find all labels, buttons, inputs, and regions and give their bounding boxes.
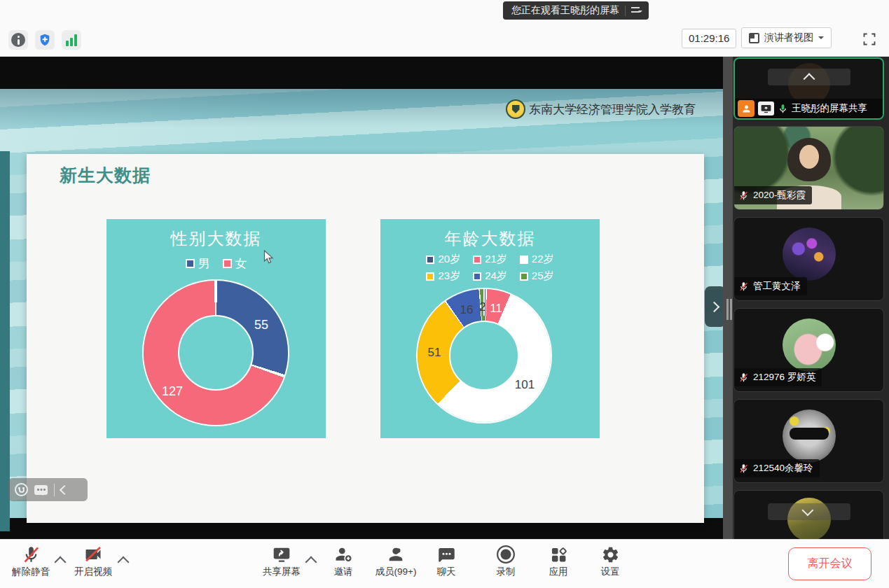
mic-muted-icon	[738, 372, 749, 384]
sidebar-collapse-tab[interactable]	[705, 286, 723, 327]
mic-muted-icon	[738, 190, 749, 202]
members-button[interactable]: 成员(99+)	[369, 545, 422, 578]
meeting-controls-bar: 解除静音 开启视频 共享屏幕 邀请	[0, 539, 889, 588]
legend-swatch-female	[223, 259, 232, 268]
fullscreen-button[interactable]	[860, 29, 879, 49]
legend-swatch-age22	[520, 255, 528, 264]
mic-muted-icon	[738, 463, 749, 475]
data-label-male: 55	[254, 318, 268, 332]
share-screen-button[interactable]: 共享屏幕	[255, 545, 308, 578]
legend-item-female: 女	[223, 255, 247, 272]
participant-tile-partial[interactable]	[733, 490, 884, 539]
start-video-label: 开启视频	[74, 566, 112, 578]
participant-name-bar: 管工黄文泽	[734, 277, 807, 295]
data-label-female: 127	[162, 384, 183, 399]
apps-button[interactable]: 应用	[532, 545, 585, 578]
members-icon	[386, 545, 406, 564]
settings-label: 设置	[601, 566, 620, 578]
participant-name: 212976 罗娇英	[753, 371, 815, 384]
invite-button[interactable]: 邀请	[317, 545, 370, 578]
meeting-info-button[interactable]	[8, 30, 28, 50]
settings-button[interactable]: 设置	[584, 545, 637, 578]
participant-tile[interactable]: 2020-甄彩霞	[733, 126, 884, 210]
view-mode-button[interactable]: 演讲者视图	[741, 27, 832, 48]
legend-item-age22: 22岁	[520, 253, 554, 266]
participant-name-bar: 2020-甄彩霞	[734, 186, 812, 204]
scroll-down-button[interactable]	[768, 503, 850, 520]
age-chart-card: 年龄大数据 20岁 21岁 22岁	[380, 219, 600, 438]
start-video-button[interactable]: 开启视频	[67, 545, 120, 578]
age-chart-title: 年龄大数据	[380, 227, 600, 250]
participant-tile[interactable]: 212976 罗娇英	[733, 308, 884, 392]
reactions-bar	[8, 478, 88, 501]
mic-muted-icon	[22, 545, 41, 564]
legend-item-age25: 25岁	[520, 270, 554, 283]
record-icon	[496, 545, 516, 564]
gender-chart-card: 性别大数据 男 女 55 127	[106, 219, 326, 438]
slide-title: 新生大数据	[60, 164, 151, 187]
unmute-button[interactable]: 解除静音	[4, 545, 57, 578]
record-button[interactable]: 录制	[479, 545, 532, 578]
legend-swatch-age24	[473, 272, 481, 281]
sidebar-scrollbar-handle[interactable]	[726, 299, 733, 320]
slide-background: 东南大学经济管理学院入学教育 新生大数据 性别大数据 男 女	[0, 89, 723, 518]
chat-button[interactable]: 聊天	[420, 545, 473, 578]
banner-menu-icon[interactable]	[631, 6, 642, 15]
meeting-timer: 01:29:16	[682, 29, 736, 48]
data-label-age22: 101	[515, 378, 535, 392]
network-status-button[interactable]	[62, 30, 81, 50]
gender-chart-legend: 男 女	[106, 255, 326, 272]
signal-bars-icon	[66, 34, 77, 46]
age-chart-legend-row2: 23岁 24岁 25岁	[380, 270, 600, 283]
apps-label: 应用	[549, 566, 568, 578]
settings-gear-icon	[601, 545, 620, 564]
legend-swatch-age20	[426, 255, 434, 264]
avatar	[783, 410, 836, 463]
legend-label-male: 男	[198, 255, 210, 272]
legend-item-age21: 21岁	[473, 253, 507, 266]
shield-plus-icon	[38, 33, 52, 47]
presentation-slide: 新生大数据 性别大数据 男 女 55	[27, 154, 704, 523]
participant-tile[interactable]: 管工黄文泽	[733, 217, 884, 301]
participants-sidebar: 王晓彤的屏幕共享 2020-甄彩霞	[723, 57, 889, 539]
participant-name: 2020-甄彩霞	[753, 189, 806, 202]
age-chart-legend-row1: 20岁 21岁 22岁	[380, 253, 600, 266]
security-button[interactable]	[35, 30, 55, 50]
invite-label: 邀请	[334, 566, 353, 578]
sharer-status-bar: 王晓彤的屏幕共享	[735, 99, 883, 118]
share-screen-label: 共享屏幕	[263, 566, 301, 578]
mouse-cursor	[263, 250, 275, 265]
emoji-reaction-icon[interactable]	[15, 483, 28, 496]
invite-icon	[333, 545, 353, 564]
members-label: 成员(99+)	[375, 566, 417, 578]
chevron-down-icon	[801, 504, 813, 516]
unmute-label: 解除静音	[12, 566, 50, 578]
chevron-left-icon[interactable]	[60, 484, 69, 494]
gender-chart-title: 性别大数据	[106, 227, 326, 250]
legend-label-age22: 22岁	[532, 253, 554, 266]
chat-label: 聊天	[437, 566, 456, 578]
legend-item-age24: 24岁	[473, 270, 507, 283]
participant-name: 管工黄文泽	[753, 280, 801, 293]
chat-icon	[437, 545, 456, 564]
shared-screen-view: 东南大学经济管理学院入学教育 新生大数据 性别大数据 男 女	[0, 57, 723, 539]
data-label-age23: 51	[428, 346, 441, 360]
data-label-age21: 11	[490, 302, 502, 316]
avatar	[783, 318, 836, 372]
participant-name-bar: 212976 罗娇英	[734, 368, 822, 386]
collapse-up-button[interactable]	[768, 69, 850, 85]
chat-bubble-icon[interactable]	[34, 485, 48, 495]
watching-banner-text: 您正在观看王晓彤的屏幕	[511, 4, 619, 17]
participant-tile-sharer[interactable]: 王晓彤的屏幕共享	[733, 57, 884, 120]
participant-name: 212540余馨玲	[753, 462, 813, 475]
chevron-up-icon	[803, 73, 815, 85]
legend-label-age25: 25岁	[532, 270, 554, 283]
leave-meeting-button[interactable]: 离开会议	[788, 547, 871, 580]
participant-name-bar: 212540余馨玲	[734, 459, 820, 477]
mic-active-icon	[778, 103, 788, 115]
legend-label-age24: 24岁	[485, 270, 507, 283]
participant-tile[interactable]: 212540余馨玲	[733, 399, 884, 483]
data-label-age24: 16	[460, 303, 474, 317]
chevron-down-icon	[818, 36, 824, 42]
school-logo-row: 东南大学经济管理学院入学教育	[506, 99, 696, 119]
